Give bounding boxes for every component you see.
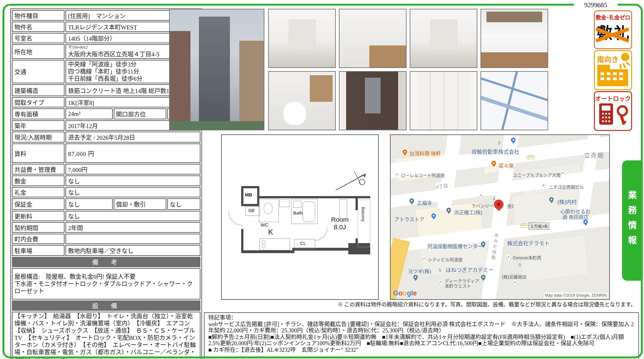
map-poi[interactable]: (株)内村	[557, 198, 577, 206]
map-poi[interactable]: 阿波座動物医療センター	[428, 242, 483, 250]
company-pin[interactable]	[481, 275, 486, 279]
row-value: なし	[65, 175, 200, 186]
row-label: 号室名	[12, 33, 65, 43]
row-value: なし	[65, 187, 200, 197]
block-number: 5	[439, 268, 441, 273]
area-map[interactable]: 台湾料理 味軒 3 双輪自動車株式会社 菜々窯 ローレルコート阿波座 4丁目 ユ…	[390, 134, 610, 300]
row-label: 物件種目	[12, 10, 65, 21]
company-pin[interactable]	[413, 275, 418, 279]
map-poi[interactable]: 正福寺	[417, 199, 432, 206]
map-poi[interactable]: シティビル阿波座	[428, 256, 463, 263]
floorplan-label-cl: CL	[300, 241, 306, 246]
badge-south-facing: 南向き	[594, 50, 632, 90]
map-poi[interactable]: 菜々窯	[499, 162, 514, 169]
map-poi[interactable]: 座2	[507, 203, 514, 209]
poi-pin[interactable]	[422, 256, 426, 260]
row-label: 町内会費	[12, 234, 65, 244]
business-info-tab[interactable]: 業務情報	[622, 160, 641, 281]
map-poi[interactable]: ラバンジー	[471, 202, 494, 209]
row-label: 更新料	[12, 211, 65, 221]
table-row: 更新料なし	[12, 211, 200, 221]
photo-area-map	[480, 71, 548, 130]
row-value: 7,000円	[65, 164, 200, 174]
floorplan-label-bath: Bath	[293, 210, 303, 216]
badge-autolock: オートロック	[594, 91, 632, 131]
restaurant-pin[interactable]	[491, 161, 496, 165]
bus-route-icon: ●●●	[520, 224, 528, 228]
map-poi[interactable]: ほねつぎアカデミー	[446, 266, 494, 273]
map-poi[interactable]: Genese本町西	[513, 254, 541, 261]
table-row: 賃料87,000 円	[12, 143, 200, 163]
store-pin[interactable]	[431, 213, 436, 218]
block-number: 3	[498, 140, 500, 145]
poi-pin[interactable]	[542, 183, 546, 187]
floorplan-label-sb: SB	[248, 208, 254, 213]
photo-kitchen	[339, 9, 407, 68]
rent-value: 87,000 円	[65, 143, 200, 163]
row-label: 礼金	[12, 187, 65, 197]
poi-pin[interactable]	[439, 280, 443, 284]
photo-closet	[410, 71, 477, 130]
map-poi[interactable]: ヨツギ(株)	[408, 267, 431, 275]
row-value: 敷地内駐車場／空きなし	[65, 245, 200, 256]
remarks-line: 屋根構造: 陸屋根、敷金礼金0円! 保証人不要	[14, 273, 198, 280]
company-pin[interactable]	[511, 138, 516, 142]
company-pin[interactable]	[549, 197, 554, 202]
section-header-row: 設 備	[12, 300, 200, 311]
table-row: 敷金なし	[12, 175, 200, 186]
photo-interior-1	[268, 9, 336, 68]
table-row: 契約期間2年間	[12, 222, 200, 233]
row-label: 償却・敷引	[114, 198, 166, 210]
equipment-header: 設 備	[12, 300, 200, 311]
poi-pin[interactable]	[506, 255, 511, 259]
map-poi[interactable]: 株式会社テラモト	[507, 239, 550, 247]
poi-pin[interactable]	[561, 171, 565, 175]
remarks-cell: 屋根構造: 陸屋根、敷金礼金0円! 保証人不要下水道・モニタ付オートロック・ダブ…	[12, 268, 200, 299]
restaurant-pin[interactable]	[402, 149, 407, 154]
photo-detail	[170, 31, 190, 122]
row-value: 退去予定 / 2026年5月28日	[65, 132, 200, 143]
poi-pin[interactable]	[479, 193, 483, 197]
floorplan-label-balcony: Balcony	[361, 207, 366, 221]
row-label: 駐車場	[12, 245, 65, 256]
badge-autolock-title: オートロック	[595, 94, 631, 102]
map-poi[interactable]: ローレルコート阿波座	[401, 172, 445, 178]
building-icon	[597, 65, 610, 69]
badge-no-deposit: 敷金･礼金ゼロ 敷 礼	[594, 10, 632, 49]
map-poi[interactable]: (株)近藤商店	[502, 273, 527, 280]
badge-south-facing-title: 南向き	[597, 54, 619, 64]
map-poi[interactable]: 本町ウエスト	[445, 283, 471, 289]
map-poi[interactable]: 酒 島田商店	[562, 213, 589, 221]
special-notes-paragraph: webサービス広告掲載 [許可]・チラシ、雑誌等掲載広告 [要確認]・保証会社：…	[208, 321, 635, 334]
google-logo: Google	[393, 289, 417, 297]
map-poi[interactable]: ニチゴ立売堀ビル	[549, 184, 584, 190]
photo-bathroom	[339, 71, 407, 130]
poi-pin[interactable]	[513, 280, 517, 284]
temple-pin[interactable]	[409, 198, 414, 203]
block-number: 5	[518, 262, 521, 268]
bus-stop-label[interactable]: 立売堀3南	[529, 223, 549, 229]
map-poi[interactable]: ユニーブルプルシア大阪	[513, 172, 561, 178]
poi-pin[interactable]	[395, 172, 399, 176]
map-poi[interactable]: 双輪自動車株式会社	[471, 148, 519, 155]
equipment-cell: 【キッチン】 給湯器 【水廻り】 トイレ・洗面台（独立）・浴室乾燥機・バス・トイ…	[12, 312, 200, 359]
row-label: 現況/入居時期	[12, 132, 65, 143]
table-row: 【キッチン】 給湯器 【水廻り】 トイレ・洗面台（独立）・浴室乾燥機・バス・トイ…	[12, 312, 200, 359]
map-poi[interactable]: アトラストア	[394, 215, 424, 223]
table-row: 保証金なし償却・敷引なし	[12, 198, 200, 210]
floorplan-box: MB SB WC Bath K CL Room 8	[221, 134, 379, 300]
table-row: 礼金なし	[12, 187, 200, 197]
table-row: 現況/入居時期退去予定 / 2026年5月28日	[12, 132, 200, 143]
row-label: 間取タイプ	[12, 97, 65, 107]
photo-building-exterior	[169, 9, 264, 130]
special-notes-paragraph: ■解約予告:2ヵ月前(日割)■法人契約時礼金1ヶ月(込)要※短期違約無 ■1年未…	[208, 334, 635, 347]
compass-icon	[335, 170, 369, 192]
map-poi[interactable]: 台湾料理 味軒	[409, 149, 441, 157]
table-row: 町内会費	[12, 234, 200, 244]
district-label: 立売堀	[584, 151, 604, 159]
door-arc	[229, 211, 243, 226]
floorplan-label-k: K	[268, 228, 273, 237]
company-pin[interactable]	[446, 208, 451, 212]
map-poi[interactable]: 浜正機工(株)	[454, 208, 482, 216]
row-label: 専有面積	[12, 108, 65, 119]
